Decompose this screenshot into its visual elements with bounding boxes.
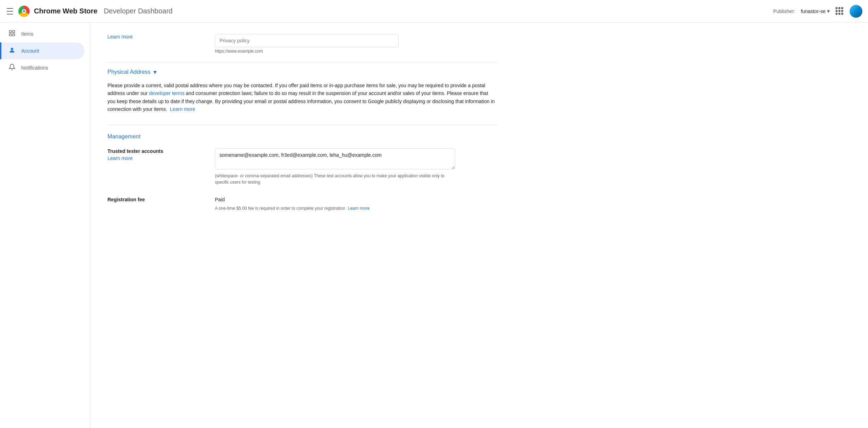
svg-rect-2 <box>10 34 12 36</box>
privacy-policy-hint: https://www.example.com <box>215 49 399 54</box>
app-name: Chrome Web Store <box>34 7 98 15</box>
sidebar-item-account[interactable]: Account <box>0 42 84 59</box>
svg-rect-3 <box>13 34 15 36</box>
notifications-icon <box>8 64 16 72</box>
chrome-logo <box>18 6 30 17</box>
publisher-label: Publisher: <box>773 8 795 14</box>
svg-rect-0 <box>10 30 12 32</box>
sidebar-notifications-label: Notifications <box>21 65 48 71</box>
privacy-input-col: https://www.example.com <box>215 34 399 54</box>
fee-desc-text: A one-time $5.00 fee is required in orde… <box>215 206 345 211</box>
sidebar-item-notifications[interactable]: Notifications <box>0 59 84 76</box>
privacy-label-col: Learn more <box>107 34 206 40</box>
fee-learn-more-link[interactable]: Learn more <box>348 206 369 211</box>
privacy-policy-row: Learn more https://www.example.com <box>107 34 498 54</box>
privacy-policy-input[interactable] <box>215 34 399 47</box>
section-divider-2 <box>107 125 498 125</box>
active-bar <box>0 42 1 59</box>
app-subtitle: Developer Dashboard <box>104 7 173 15</box>
physical-address-description: Please provide a current, valid postal a… <box>107 82 496 113</box>
privacy-policy-section: Learn more https://www.example.com <box>107 34 498 54</box>
account-icon <box>8 47 16 55</box>
app-header: Chrome Web Store Developer Dashboard Pub… <box>0 0 868 23</box>
section-divider-1 <box>107 62 498 63</box>
registration-fee-description: A one-time $5.00 fee is required in orde… <box>215 205 455 212</box>
app-body: Items Account <box>0 23 868 428</box>
avatar[interactable] <box>850 5 862 18</box>
items-icon <box>8 30 16 38</box>
registration-fee-label-col: Registration fee <box>107 197 206 204</box>
sidebar-item-items[interactable]: Items <box>0 25 84 42</box>
management-section: Management Trusted tester accounts Learn… <box>107 133 498 212</box>
google-apps-icon[interactable] <box>835 7 844 16</box>
physical-address-learn-more[interactable]: Learn more <box>170 106 195 112</box>
trusted-tester-label: Trusted tester accounts <box>107 148 206 154</box>
trusted-tester-help-text: (whitespace- or comma-separated email ad… <box>215 173 455 185</box>
header-left: Chrome Web Store Developer Dashboard <box>6 6 172 17</box>
hamburger-menu-icon[interactable] <box>6 7 14 16</box>
content-area: Learn more https://www.example.com Physi… <box>90 23 515 231</box>
management-title: Management <box>107 133 498 140</box>
sidebar-account-label: Account <box>21 48 39 54</box>
registration-fee-value-col: Paid A one-time $5.00 fee is required in… <box>215 197 455 212</box>
sidebar-items-label: Items <box>21 31 33 37</box>
sidebar-item-container-account: Account <box>0 42 90 59</box>
publisher-dropdown-arrow: ▾ <box>827 8 830 14</box>
physical-address-header: Physical Address ▾ <box>107 68 498 76</box>
privacy-learn-more-link[interactable]: Learn more <box>107 34 133 40</box>
trusted-tester-row: Trusted tester accounts Learn more (whit… <box>107 148 498 185</box>
sidebar-item-container-notifications: Notifications <box>0 59 90 76</box>
svg-point-4 <box>11 48 13 50</box>
physical-address-title[interactable]: Physical Address <box>107 69 151 75</box>
physical-address-chevron[interactable]: ▾ <box>153 68 157 76</box>
sidebar-item-container-items: Items <box>0 25 90 42</box>
publisher-selector[interactable]: funastor-se ▾ <box>801 8 830 14</box>
registration-fee-label: Registration fee <box>107 197 206 202</box>
sidebar: Items Account <box>0 23 90 428</box>
trusted-tester-learn-more[interactable]: Learn more <box>107 155 133 161</box>
trusted-tester-label-col: Trusted tester accounts Learn more <box>107 148 206 161</box>
trusted-tester-textarea[interactable] <box>215 148 455 170</box>
trusted-tester-input-col: (whitespace- or comma-separated email ad… <box>215 148 455 185</box>
svg-rect-1 <box>13 30 15 32</box>
developer-terms-link[interactable]: developer terms <box>149 90 184 96</box>
physical-address-section: Physical Address ▾ Please provide a curr… <box>107 68 498 113</box>
registration-fee-value: Paid <box>215 197 455 202</box>
registration-fee-row: Registration fee Paid A one-time $5.00 f… <box>107 197 498 212</box>
main-content: Learn more https://www.example.com Physi… <box>90 23 868 428</box>
header-right: Publisher: funastor-se ▾ <box>773 5 862 18</box>
